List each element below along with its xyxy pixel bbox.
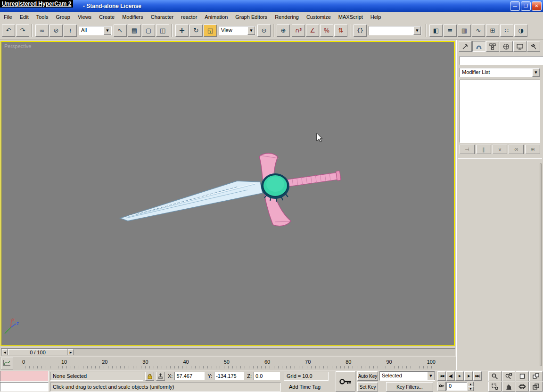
auto-key-button[interactable]: Auto Key — [357, 371, 378, 381]
play-button[interactable]: ▶ — [455, 371, 464, 381]
menu-item[interactable]: File — [0, 13, 16, 21]
spinner-snap-icon[interactable]: ⇅ — [334, 24, 347, 37]
create-tab-icon[interactable] — [459, 41, 472, 52]
dropdown-arrow-icon[interactable]: ▼ — [247, 26, 255, 35]
modifier-stack-list[interactable] — [460, 80, 540, 143]
ruler-tick[interactable]: 70 — [305, 359, 311, 365]
select-object-icon[interactable]: ↖ — [114, 24, 127, 37]
modify-tab-icon[interactable] — [472, 41, 485, 52]
ruler-tick[interactable]: 20 — [102, 359, 107, 365]
min-max-toggle-icon[interactable] — [529, 382, 543, 392]
snaps-toggle-icon[interactable]: ∩³ — [292, 24, 305, 37]
track-bar-ruler[interactable]: 0102030405060708090100 — [14, 357, 456, 370]
x-coordinate-field[interactable]: 57.467 — [174, 372, 205, 380]
current-frame-field[interactable]: 0 — [446, 382, 467, 391]
add-time-tag[interactable]: Add Time Tag — [287, 383, 331, 391]
material-editor-icon[interactable]: ∷ — [500, 24, 513, 37]
selection-filter-dropdown[interactable]: All ▼ — [79, 26, 112, 35]
dropdown-arrow-icon[interactable]: ▼ — [427, 372, 435, 380]
go-to-end-button[interactable]: ▶▶| — [473, 371, 482, 381]
ruler-tick[interactable]: 90 — [386, 359, 392, 365]
ruler-tick[interactable]: 60 — [264, 359, 270, 365]
zoom-extents-icon[interactable] — [516, 371, 529, 381]
angle-snap-icon[interactable]: ∠ — [306, 24, 319, 37]
menu-item[interactable]: Animation — [201, 13, 231, 21]
display-tab-icon[interactable] — [513, 41, 527, 52]
select-and-manipulate-icon[interactable]: ⊕ — [277, 24, 290, 37]
menu-item[interactable]: MAXScript — [335, 13, 367, 21]
pin-stack-icon[interactable]: ⊣ — [460, 145, 475, 154]
unlink-selection-icon[interactable]: ⊘ — [49, 24, 63, 37]
object-name-input[interactable] — [460, 56, 543, 65]
z-coordinate-field[interactable]: 0.0 — [254, 372, 280, 380]
schematic-view-icon[interactable]: ⊞ — [486, 24, 499, 37]
absolute-offset-toggle[interactable] — [156, 372, 165, 381]
time-slider-handle[interactable]: 0 / 100 — [8, 349, 67, 355]
remove-modifier-icon[interactable]: ⊘ — [509, 145, 524, 154]
redo-icon[interactable]: ↷ — [16, 24, 29, 37]
listener-line[interactable] — [0, 382, 49, 392]
named-selection-dropdown[interactable]: ▼ — [369, 26, 421, 35]
make-unique-icon[interactable]: ∨ — [493, 145, 508, 154]
ruler-tick[interactable]: 80 — [346, 359, 351, 365]
layer-manager-icon[interactable]: ▥ — [458, 24, 471, 37]
menu-item[interactable]: Character — [147, 13, 177, 21]
time-slider-track[interactable]: ◀ 0 / 100 ▶ — [1, 348, 455, 356]
menu-item[interactable]: Create — [95, 13, 118, 21]
spinner-down-icon[interactable]: ▼ — [468, 386, 474, 391]
ruler-tick[interactable]: 30 — [142, 359, 148, 365]
motion-tab-icon[interactable] — [500, 41, 513, 52]
modifier-list-dropdown[interactable]: Modifier List ▼ — [460, 68, 540, 77]
restore-button[interactable]: ❐ — [521, 1, 531, 11]
reference-coordinate-dropdown[interactable]: View ▼ — [219, 26, 255, 35]
minimize-button[interactable]: — — [510, 1, 520, 11]
menu-item[interactable]: Edit — [16, 13, 33, 21]
menu-item[interactable]: reactor — [177, 13, 201, 21]
rectangular-selection-region-icon[interactable]: ▢ — [142, 24, 155, 37]
set-key-button[interactable]: Set Key — [357, 382, 378, 392]
menu-item[interactable]: Views — [74, 13, 95, 21]
macro-recorder-line[interactable] — [0, 371, 49, 382]
dropdown-arrow-icon[interactable]: ▼ — [532, 68, 540, 77]
mirror-icon[interactable]: ◧ — [429, 24, 443, 37]
select-and-rotate-icon[interactable]: ↻ — [189, 24, 203, 37]
ruler-tick[interactable]: 10 — [61, 359, 67, 365]
menu-item[interactable]: Help — [367, 13, 385, 21]
pan-hand-icon[interactable] — [502, 382, 515, 392]
titlebar[interactable]: - Stand-alone License — ❐ ✕ — [0, 0, 543, 12]
perspective-viewport[interactable]: Perspective — [0, 41, 455, 346]
y-coordinate-field[interactable]: -134.175 — [214, 372, 244, 380]
select-and-link-icon[interactable]: ∞ — [35, 24, 49, 37]
dropdown-arrow-icon[interactable]: ▼ — [413, 26, 421, 35]
spinner-up-icon[interactable]: ▲ — [468, 382, 474, 386]
bind-to-space-warp-icon[interactable]: ≀ — [64, 24, 77, 37]
align-icon[interactable]: ≡ — [444, 24, 457, 37]
field-of-view-icon[interactable] — [488, 382, 502, 392]
named-selection-sets-icon[interactable]: {} — [354, 24, 367, 37]
mini-curve-editor-button[interactable] — [1, 358, 13, 369]
close-button[interactable]: ✕ — [532, 1, 542, 11]
zoom-all-icon[interactable] — [502, 371, 515, 381]
sword-model[interactable] — [1, 42, 454, 345]
menu-item[interactable]: Group — [52, 13, 74, 21]
select-and-move-icon[interactable]: + — [175, 24, 189, 37]
next-frame-button[interactable]: |▶ — [464, 371, 473, 381]
ruler-tick[interactable]: 100 — [427, 359, 436, 365]
window-crossing-icon[interactable]: ◫ — [156, 24, 169, 37]
ruler-tick[interactable]: 40 — [183, 359, 189, 365]
dropdown-arrow-icon[interactable]: ▼ — [104, 26, 111, 35]
menu-item[interactable]: Tools — [33, 13, 52, 21]
render-scene-icon[interactable]: ◑ — [514, 24, 527, 37]
go-to-start-button[interactable]: |◀◀ — [437, 371, 446, 381]
ruler-tick[interactable]: 50 — [224, 359, 230, 365]
select-by-name-icon[interactable]: ▤ — [128, 24, 141, 37]
set-keys-button[interactable] — [336, 371, 355, 392]
zoom-extents-all-icon[interactable] — [529, 371, 543, 381]
menu-item[interactable]: Rendering — [271, 13, 303, 21]
use-center-icon[interactable]: ⊙ — [257, 24, 271, 37]
key-filters-button[interactable]: Key Filters... — [386, 382, 433, 392]
previous-frame-button[interactable]: ◀| — [446, 371, 455, 381]
arc-rotate-icon[interactable] — [516, 382, 529, 392]
key-mode-dropdown[interactable]: Selected ▼ — [379, 371, 435, 381]
selection-lock-toggle[interactable] — [145, 372, 154, 381]
